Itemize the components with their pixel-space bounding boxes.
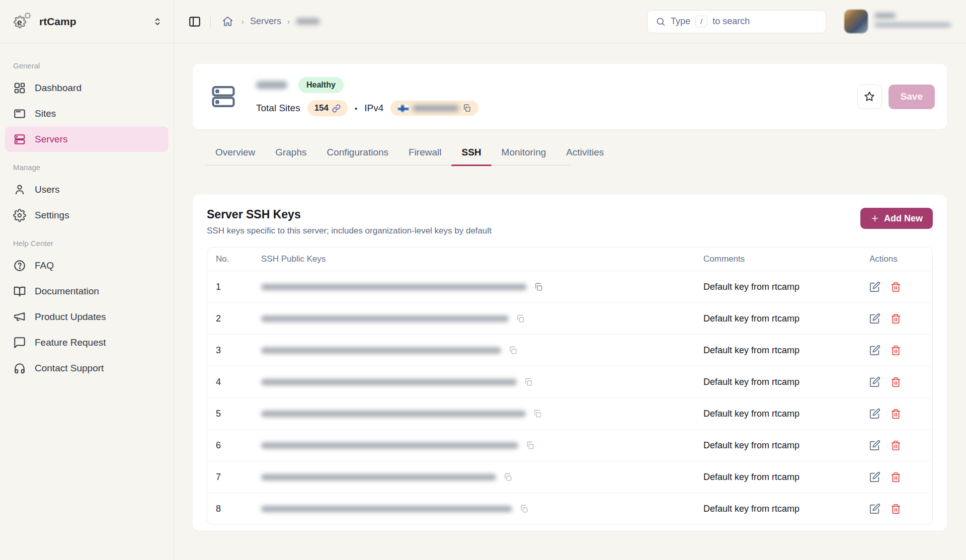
copy-key-icon[interactable] [503,472,513,482]
comment-cell: Default key from rtcamp [703,472,869,483]
comment-cell: Default key from rtcamp [703,313,869,324]
favorite-star-button[interactable] [857,85,882,109]
content: Healthy Total Sites 154 [174,43,966,560]
delete-icon[interactable] [891,472,901,483]
header-actions: Actions [869,254,932,264]
save-button[interactable]: Save [889,85,935,109]
edit-icon[interactable] [869,281,880,292]
table-header-row: No. SSH Public Keys Comments Actions [207,248,932,271]
delete-icon[interactable] [891,313,901,324]
row-number: 2 [207,313,261,324]
delete-icon[interactable] [891,440,901,451]
table-row: 3 Default key from rtcamp [207,334,932,366]
tab-monitoring[interactable]: Monitoring [492,141,556,165]
ssh-key-redacted [261,506,512,512]
user-meta [874,10,951,27]
search-placeholder-prefix: Type [671,16,690,27]
sidebar-item-faq[interactable]: FAQ [5,253,169,278]
sidebar-item-product-updates[interactable]: Product Updates [5,304,169,330]
tab-ssh[interactable]: SSH [451,141,491,165]
tab-firewall[interactable]: Firewall [398,141,451,165]
country-flag-icon [397,105,409,112]
table-row: 5 Default key from rtcamp [207,397,932,429]
ssh-key-redacted [261,379,517,385]
delete-icon[interactable] [891,345,901,356]
edit-icon[interactable] [869,345,880,356]
section-label-help-center: Help Center [5,228,169,253]
sidebar-item-label: Product Updates [35,311,106,323]
row-number: 3 [207,345,261,356]
sidebar-item-settings[interactable]: Settings [5,202,169,228]
sidebar-item-sites[interactable]: Sites [5,101,169,126]
comment-cell: Default key from rtcamp [703,377,869,387]
edit-icon[interactable] [869,471,880,483]
copy-ip-icon[interactable] [462,104,471,113]
tab-configurations[interactable]: Configurations [317,141,399,165]
ssh-key-redacted [261,411,526,417]
home-icon[interactable] [220,14,235,29]
sites-icon [13,107,26,120]
documentation-icon [13,285,26,298]
search-input[interactable]: Type / to search [647,10,826,33]
tab-overview[interactable]: Overview [205,141,265,165]
copy-key-icon[interactable] [525,441,535,450]
link-icon [332,104,341,113]
contact-support-headset-icon [13,362,26,375]
sidebar-item-feature-request[interactable]: Feature Request [5,330,169,355]
edit-icon[interactable] [869,376,880,387]
copy-key-icon[interactable] [533,409,542,419]
copy-key-icon[interactable] [534,282,543,292]
easyengine-logo-icon: e [12,11,33,32]
add-new-label: Add New [884,213,923,224]
sidebar-item-servers[interactable]: Users Servers [5,126,169,152]
sidebar-item-dashboard[interactable]: Dashboard [5,75,169,101]
tab-activities[interactable]: Activities [556,141,614,165]
status-badge: Healthy [298,77,344,93]
sidebar-toggle-icon[interactable] [186,13,203,30]
breadcrumb-separator: › [287,17,290,26]
ip-address-badge[interactable] [390,101,478,116]
copy-key-icon[interactable] [508,346,518,355]
ssh-keys-card: Server SSH Keys SSH keys specific to thi… [193,195,947,531]
ssh-card-head: Server SSH Keys SSH keys specific to thi… [207,208,933,236]
edit-icon[interactable] [869,313,880,324]
comment-cell: Default key from rtcamp [703,282,869,292]
sidebar-item-label: FAQ [35,260,54,271]
copy-key-icon[interactable] [516,314,525,324]
header-actions: Save [857,85,935,109]
ssh-key-redacted [261,284,527,290]
sidebar-item-users[interactable]: Users [5,177,169,202]
user-menu[interactable] [844,10,951,33]
dashboard-icon [13,82,26,95]
topbar: › Servers › Type / to search [174,0,966,43]
edit-icon[interactable] [869,408,880,419]
total-sites-badge[interactable]: 154 [307,100,348,116]
ip-version-label: IPv4 [364,103,383,114]
sidebar-item-documentation[interactable]: Documentation [5,278,169,304]
add-new-button[interactable]: Add New [860,208,933,229]
brand-name: rtCamp [39,16,152,28]
delete-icon[interactable] [891,409,901,419]
svg-text:e: e [17,18,22,27]
table-row: 7 Default key from rtcamp [207,461,932,493]
comment-cell: Default key from rtcamp [703,409,869,419]
product-updates-megaphone-icon [13,310,26,324]
delete-icon[interactable] [891,377,901,387]
main-area: › Servers › Type / to search [174,0,966,560]
comment-cell: Default key from rtcamp [703,440,869,451]
row-number: 5 [207,409,261,419]
sidebar-nav: General Dashboard [0,43,174,381]
delete-icon[interactable] [891,504,901,514]
edit-icon[interactable] [869,503,880,514]
sidebar-item-contact-support[interactable]: Contact Support [5,355,169,381]
dot-separator: • [355,104,357,113]
edit-icon[interactable] [869,440,880,451]
copy-key-icon[interactable] [524,377,533,387]
tab-graphs[interactable]: Graphs [265,141,316,165]
server-name-redacted [256,81,287,89]
delete-icon[interactable] [891,282,901,292]
breadcrumb-servers-link[interactable]: Servers [250,16,281,27]
row-number: 1 [207,282,261,292]
workspace-switcher[interactable]: e rtCamp [0,0,174,43]
copy-key-icon[interactable] [519,504,529,514]
